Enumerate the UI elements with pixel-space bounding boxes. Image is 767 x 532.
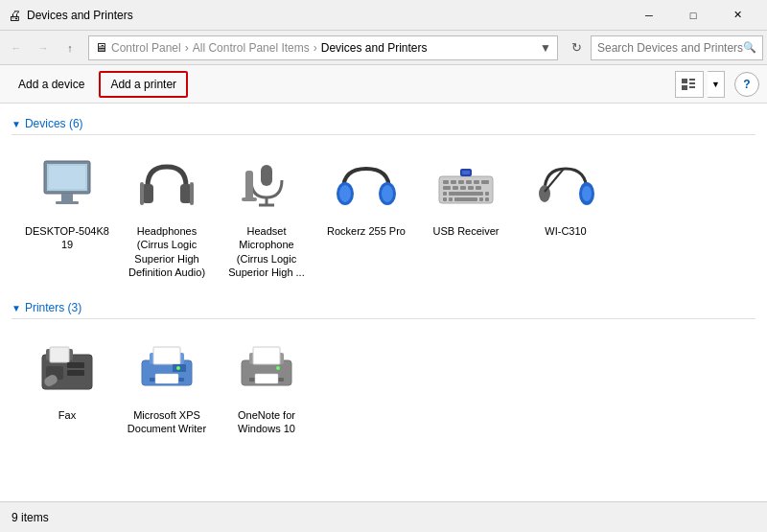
titlebar-controls: ─ □ ✕ — [627, 0, 759, 31]
device-item-headphones[interactable]: Headphones(Cirrus LogicSuperior HighDefi… — [119, 143, 215, 288]
svg-rect-24 — [443, 180, 449, 184]
device-item-fax[interactable]: Fax — [19, 327, 115, 445]
forward-button[interactable]: → — [31, 35, 56, 60]
svg-rect-9 — [49, 166, 85, 189]
device-label-xps: Microsoft XPSDocument Writer — [128, 408, 206, 436]
back-button[interactable]: ← — [4, 35, 29, 60]
svg-rect-2 — [689, 82, 695, 84]
svg-rect-36 — [443, 192, 447, 196]
device-label-fax: Fax — [58, 408, 76, 422]
svg-rect-38 — [443, 197, 447, 201]
titlebar-icon: 🖨 — [8, 8, 21, 23]
search-input[interactable] — [597, 41, 743, 55]
status-item-count: 9 items — [12, 511, 49, 524]
address-box[interactable]: 🖥 Control Panel › All Control Panel Item… — [88, 35, 558, 60]
svg-rect-1 — [689, 79, 695, 81]
svg-point-22 — [382, 185, 393, 202]
address-part2: All Control Panel Items — [193, 41, 310, 55]
svg-rect-28 — [474, 180, 479, 184]
device-item-rockerz[interactable]: Rockerz 255 Pro — [318, 143, 414, 288]
content-area: ▼ Devices (6) DESKTOP-504K819 — [0, 104, 767, 501]
device-label-headphones: Headphones(Cirrus LogicSuperior HighDefi… — [128, 224, 205, 279]
svg-rect-37 — [485, 192, 489, 196]
toolbar: Add a device Add a printer ▼ ? — [0, 65, 767, 104]
svg-rect-53 — [67, 362, 84, 368]
svg-rect-58 — [153, 347, 180, 364]
device-item-xps[interactable]: Microsoft XPSDocument Writer — [119, 327, 215, 445]
refresh-button[interactable]: ↻ — [564, 35, 589, 60]
device-item-onenote[interactable]: OneNote forWindows 10 — [219, 327, 314, 445]
device-item-headset-mic[interactable]: HeadsetMicrophone(Cirrus LogicSuperior H… — [219, 143, 314, 288]
svg-rect-35 — [449, 192, 483, 196]
close-button[interactable]: ✕ — [715, 0, 759, 31]
svg-point-68 — [276, 366, 280, 370]
devices-section-label: Devices (6) — [25, 117, 83, 130]
device-item-usb-receiver[interactable]: USB Receiver — [418, 143, 514, 288]
address-part: Control Panel — [111, 41, 181, 55]
keyboard-icon — [431, 151, 500, 220]
search-icon: 🔍 — [743, 41, 756, 54]
headset-mic-icon — [232, 151, 301, 220]
svg-point-47 — [582, 186, 592, 201]
device-item-computer[interactable]: DESKTOP-504K819 — [19, 143, 115, 288]
svg-rect-42 — [485, 197, 489, 201]
onenote-printer-icon — [232, 335, 301, 405]
device-label-wic310: WI-C310 — [545, 224, 586, 238]
svg-rect-51 — [50, 347, 69, 362]
svg-rect-14 — [261, 165, 272, 186]
add-printer-button[interactable]: Add a printer — [99, 71, 188, 98]
devices-chevron: ▼ — [12, 119, 21, 129]
xps-printer-icon — [132, 335, 201, 405]
printers-chevron: ▼ — [12, 303, 21, 313]
help-button[interactable]: ? — [734, 72, 759, 97]
device-label-usb-receiver: USB Receiver — [432, 224, 499, 238]
devices-section-header[interactable]: ▼ Devices (6) — [12, 111, 755, 135]
device-label-headset-mic: HeadsetMicrophone(Cirrus LogicSuperior H… — [228, 224, 304, 279]
rockerz-icon — [332, 151, 401, 220]
svg-rect-27 — [466, 180, 472, 184]
svg-rect-4 — [689, 86, 695, 88]
computer-icon — [33, 151, 102, 220]
svg-rect-18 — [242, 197, 257, 201]
add-device-button[interactable]: Add a device — [8, 71, 95, 98]
svg-rect-8 — [56, 201, 79, 204]
svg-rect-65 — [253, 347, 280, 364]
address-current: Devices and Printers — [321, 41, 428, 55]
svg-rect-3 — [682, 85, 687, 90]
printers-section-header[interactable]: ▼ Printers (3) — [12, 295, 755, 319]
svg-rect-26 — [458, 180, 464, 184]
svg-rect-31 — [453, 186, 458, 190]
address-dropdown-icon[interactable]: ▼ — [540, 41, 551, 55]
devices-grid: DESKTOP-504K819 Headphones(Cirrus LogicS… — [12, 143, 755, 288]
svg-rect-41 — [479, 197, 483, 201]
printers-section-label: Printers (3) — [25, 301, 81, 314]
svg-rect-67 — [255, 374, 278, 383]
svg-rect-44 — [462, 171, 470, 174]
svg-rect-39 — [449, 197, 453, 201]
svg-rect-12 — [140, 182, 144, 205]
device-label-rockerz: Rockerz 255 Pro — [327, 224, 406, 238]
printers-grid: Fax — [12, 327, 755, 445]
svg-rect-33 — [468, 186, 474, 190]
fax-icon — [33, 335, 102, 405]
svg-rect-7 — [61, 194, 73, 201]
svg-rect-13 — [190, 182, 194, 205]
svg-rect-0 — [682, 79, 687, 83]
maximize-button[interactable]: □ — [671, 0, 715, 31]
svg-rect-34 — [476, 186, 481, 190]
svg-rect-32 — [460, 186, 466, 190]
svg-rect-29 — [481, 180, 489, 184]
statusbar: 9 items — [0, 501, 767, 532]
minimize-button[interactable]: ─ — [627, 0, 671, 31]
up-button[interactable]: ↑ — [58, 35, 82, 60]
device-label-computer: DESKTOP-504K819 — [25, 224, 109, 252]
device-item-wic310[interactable]: WI-C310 — [518, 143, 614, 288]
svg-rect-25 — [451, 180, 456, 184]
search-box[interactable]: 🔍 — [591, 35, 763, 60]
svg-rect-40 — [454, 197, 477, 201]
view-dropdown-button[interactable]: ▼ — [708, 71, 725, 98]
svg-rect-60 — [155, 374, 178, 383]
svg-point-20 — [339, 185, 351, 202]
svg-point-62 — [176, 366, 180, 370]
view-button[interactable] — [675, 71, 704, 98]
